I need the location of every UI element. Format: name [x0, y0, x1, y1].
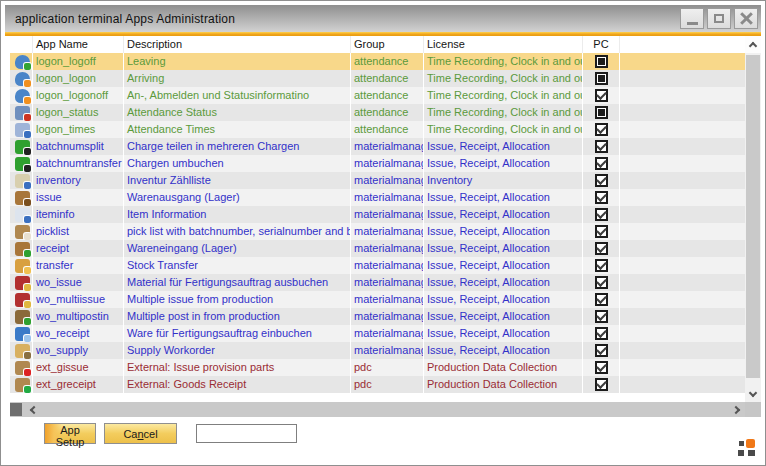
- app-name-cell: wo_issue: [33, 274, 124, 291]
- table-row[interactable]: issueWarenausgang (Lager)materialmanagem…: [10, 189, 745, 206]
- pc-cell: [583, 376, 620, 393]
- table-row[interactable]: wo_multipostinMultiple post in from prod…: [10, 308, 745, 325]
- vertical-scroll-thumb[interactable]: [746, 55, 760, 378]
- table-row[interactable]: picklistpick list with batchnumber, seri…: [10, 223, 745, 240]
- license-cell: Issue, Receipt, Allocation: [424, 155, 583, 172]
- close-button[interactable]: [734, 8, 758, 29]
- vertical-scrollbar[interactable]: [745, 36, 761, 402]
- app-name-cell: issue: [33, 189, 124, 206]
- scroll-up-button[interactable]: [745, 36, 761, 53]
- row-filler: [620, 155, 745, 172]
- footer-text-input[interactable]: [196, 424, 297, 443]
- table-row[interactable]: batchnumtransferChargen umbuchenmaterial…: [10, 155, 745, 172]
- pc-checkbox[interactable]: [595, 72, 608, 85]
- table-row[interactable]: iteminfoItem Informationmaterialmanageme…: [10, 206, 745, 223]
- window-title: application terminal Apps Administration: [5, 12, 235, 26]
- description-cell: Wareneingang (Lager): [124, 240, 351, 257]
- dialog-content: App Name Description Group License PC lo…: [5, 36, 761, 461]
- pc-cell: [583, 70, 620, 87]
- pc-checkbox[interactable]: [595, 276, 608, 289]
- table-row[interactable]: logon_timesAttendance TimesattendanceTim…: [10, 121, 745, 138]
- app-icon-cell: [10, 87, 33, 104]
- app-icon-cell: [10, 308, 33, 325]
- app-icon-cell: [10, 342, 33, 359]
- chevron-right-icon: [731, 405, 739, 413]
- pc-checkbox[interactable]: [595, 106, 608, 119]
- horizontal-scroll-thumb[interactable]: [10, 403, 22, 416]
- table-row[interactable]: wo_issueMaterial für Fertigungsauftrag a…: [10, 274, 745, 291]
- app-icon-cell: [10, 359, 33, 376]
- description-cell: Item Information: [124, 206, 351, 223]
- pc-checkbox[interactable]: [595, 174, 608, 187]
- column-header-pc[interactable]: PC: [583, 36, 620, 53]
- pc-checkbox[interactable]: [595, 208, 608, 221]
- row-filler: [620, 359, 745, 376]
- horizontal-scrollbar[interactable]: [10, 402, 745, 417]
- group-cell: materialmanagement: [351, 291, 424, 308]
- cancel-button[interactable]: Cancel: [104, 423, 177, 444]
- table-row[interactable]: ext_greceiptExternal: Goods ReceiptpdcPr…: [10, 376, 745, 393]
- resize-grip-icon[interactable]: [738, 439, 755, 456]
- pc-checkbox[interactable]: [595, 123, 608, 136]
- minimize-button[interactable]: [680, 8, 704, 29]
- license-cell: Issue, Receipt, Allocation: [424, 325, 583, 342]
- chevron-down-icon: [749, 389, 757, 397]
- pc-checkbox[interactable]: [595, 89, 608, 102]
- scroll-right-button[interactable]: [729, 407, 745, 413]
- workorder-supply-icon: [15, 344, 30, 358]
- column-header-license[interactable]: License: [424, 36, 583, 53]
- scroll-left-button[interactable]: [24, 407, 40, 413]
- pc-checkbox[interactable]: [595, 344, 608, 357]
- vertical-scroll-track[interactable]: [745, 53, 761, 386]
- table-row[interactable]: logon_logoffLeavingattendanceTime Record…: [10, 53, 745, 70]
- pc-cell: [583, 308, 620, 325]
- pc-checkbox[interactable]: [595, 310, 608, 323]
- table-row[interactable]: logon_logonoffAn-, Abmelden und Statusin…: [10, 87, 745, 104]
- workorder-issue-icon: [15, 276, 30, 290]
- pc-checkbox[interactable]: [595, 225, 608, 238]
- group-cell: attendance: [351, 121, 424, 138]
- app-setup-button[interactable]: App Setup: [44, 423, 96, 444]
- pc-checkbox[interactable]: [595, 259, 608, 272]
- pc-checkbox[interactable]: [595, 378, 608, 391]
- table-row[interactable]: logon_statusAttendance StatusattendanceT…: [10, 104, 745, 121]
- scroll-down-button[interactable]: [745, 386, 761, 402]
- app-icon-cell: [10, 325, 33, 342]
- app-name-cell: batchnumtransfer: [33, 155, 124, 172]
- table-row[interactable]: logon_logonArrivingattendanceTime Record…: [10, 70, 745, 87]
- pc-checkbox[interactable]: [595, 140, 608, 153]
- table-row[interactable]: wo_supplySupply Workordermaterialmanagem…: [10, 342, 745, 359]
- row-filler: [620, 291, 745, 308]
- pc-checkbox[interactable]: [595, 55, 608, 68]
- group-cell: materialmanagement: [351, 274, 424, 291]
- cancel-label: Cancel: [123, 428, 157, 440]
- license-cell: Issue, Receipt, Allocation: [424, 342, 583, 359]
- pc-checkbox[interactable]: [595, 361, 608, 374]
- maximize-button[interactable]: [707, 8, 731, 29]
- row-filler: [620, 87, 745, 104]
- app-icon-cell: [10, 172, 33, 189]
- table-row[interactable]: batchnumsplitCharge teilen in mehreren C…: [10, 138, 745, 155]
- table-row[interactable]: ext_gissueExternal: Issue provision part…: [10, 359, 745, 376]
- column-header-app-name[interactable]: App Name: [33, 36, 124, 53]
- pc-checkbox[interactable]: [595, 157, 608, 170]
- pc-checkbox[interactable]: [595, 242, 608, 255]
- column-header-group[interactable]: Group: [351, 36, 424, 53]
- table-row[interactable]: receiptWareneingang (Lager)materialmanag…: [10, 240, 745, 257]
- app-name-cell: transfer: [33, 257, 124, 274]
- table-row[interactable]: transferStock Transfermaterialmanagement…: [10, 257, 745, 274]
- description-cell: External: Goods Receipt: [124, 376, 351, 393]
- column-header-description[interactable]: Description: [124, 36, 351, 53]
- pc-checkbox[interactable]: [595, 293, 608, 306]
- license-cell: Issue, Receipt, Allocation: [424, 308, 583, 325]
- titlebar[interactable]: application terminal Apps Administration: [5, 5, 761, 32]
- table-row[interactable]: wo_multiissueMultiple issue from product…: [10, 291, 745, 308]
- table-row[interactable]: wo_receiptWare für Fertigungsauftrag ein…: [10, 325, 745, 342]
- table-row[interactable]: inventoryInventur Zähllistematerialmanag…: [10, 172, 745, 189]
- license-cell: Issue, Receipt, Allocation: [424, 189, 583, 206]
- pc-checkbox[interactable]: [595, 191, 608, 204]
- row-filler: [620, 53, 745, 70]
- app-name-cell: wo_multipostin: [33, 308, 124, 325]
- pc-checkbox[interactable]: [595, 327, 608, 340]
- app-name-cell: batchnumsplit: [33, 138, 124, 155]
